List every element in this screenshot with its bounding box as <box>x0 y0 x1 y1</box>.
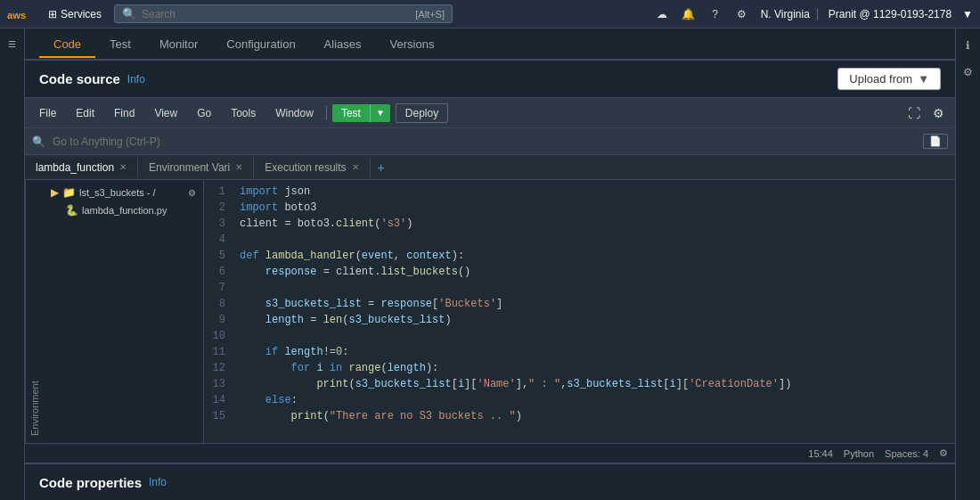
right-settings-icon[interactable]: ⚙ <box>960 62 976 82</box>
file-search-input[interactable] <box>53 135 916 148</box>
status-bar: 15:44 Python Spaces: 4 ⚙ <box>25 443 955 463</box>
toolbar-view-btn[interactable]: View <box>147 105 184 121</box>
services-button[interactable]: ⊞ Services <box>43 6 107 22</box>
toolbar-separator <box>326 106 327 120</box>
tab-add-button[interactable]: + <box>371 157 392 178</box>
tab-close-lambda[interactable]: ✕ <box>119 162 127 172</box>
file-search-icon: 🔍 <box>32 135 45 148</box>
toolbar-go-btn[interactable]: Go <box>190 105 218 121</box>
settings-gear-icon[interactable]: ⚙ <box>929 104 948 122</box>
nav-right: ☁ 🔔 ? ⚙ N. Virginia Pranit @ 1129-0193-2… <box>654 6 973 22</box>
toolbar-edit-btn[interactable]: Edit <box>69 105 102 121</box>
code-properties-info-link[interactable]: Info <box>149 476 167 488</box>
tab-close-exec[interactable]: ✕ <box>352 162 359 172</box>
tab-close-env[interactable]: ✕ <box>235 162 242 172</box>
editor-toolbar: File Edit Find View Go Tools Window Test… <box>25 98 955 128</box>
code-editor[interactable]: 123456789101112131415 import json import… <box>204 180 955 443</box>
tab-configuration[interactable]: Configuration <box>212 30 309 60</box>
toolbar-find-btn[interactable]: Find <box>107 105 142 121</box>
help-icon[interactable]: ? <box>707 6 723 22</box>
folder-settings-icon[interactable]: ⚙ <box>188 188 196 198</box>
svg-text:aws: aws <box>7 9 26 20</box>
test-btn-group: Test ▼ <box>332 104 390 122</box>
left-sidebar: ☰ <box>0 29 25 500</box>
fullscreen-icon[interactable]: ⛶ <box>904 104 924 122</box>
toolbar-file-btn[interactable]: File <box>32 105 63 121</box>
file-tree: ▶ 📁 lst_s3_buckets - / ⚙ 🐍 lambda_functi… <box>44 180 204 443</box>
top-navigation: aws ⊞ Services 🔍 [Alt+S] ☁ 🔔 ? ⚙ N. Virg… <box>0 0 980 29</box>
tab-aliases[interactable]: Aliases <box>310 30 376 60</box>
tab-code[interactable]: Code <box>39 32 95 58</box>
file-tree-file-item[interactable]: 🐍 lambda_function.py <box>44 201 203 219</box>
editor-tab-lambda[interactable]: lambda_function ✕ <box>25 158 138 177</box>
toolbar-right: ⛶ ⚙ <box>904 104 948 122</box>
toolbar-tools-btn[interactable]: Tools <box>224 105 263 121</box>
environment-label: Environment <box>25 180 44 443</box>
grid-icon: ⊞ <box>48 8 57 20</box>
hamburger-icon[interactable]: ☰ <box>4 36 20 53</box>
search-icon: 🔍 <box>122 7 136 20</box>
settings-icon[interactable]: ⚙ <box>734 6 750 22</box>
bell-icon[interactable]: 🔔 <box>681 6 697 22</box>
editor-tabs: lambda_function ✕ Environment Vari ✕ Exe… <box>25 155 955 180</box>
cloud-icon[interactable]: ☁ <box>654 6 670 22</box>
line-numbers: 123456789101112131415 <box>204 180 233 428</box>
code-properties-section: Code properties Info <box>25 463 955 500</box>
right-info-icon[interactable]: ℹ <box>962 36 974 55</box>
search-bar[interactable]: 🔍 [Alt+S] <box>114 4 453 23</box>
editor-tab-exec-results[interactable]: Execution results ✕ <box>254 158 370 177</box>
test-button[interactable]: Test <box>332 104 370 122</box>
toolbar-window-btn[interactable]: Window <box>268 105 321 121</box>
file-search-bar: 🔍 📄 <box>25 128 955 155</box>
file-tree-folder-item[interactable]: ▶ 📁 lst_s3_buckets - / ⚙ <box>44 184 203 201</box>
code-source-header: Code source Info Upload from ▼ <box>25 61 955 98</box>
code-text[interactable]: import json import boto3 client = boto3.… <box>233 180 955 428</box>
python-file-icon: 🐍 <box>65 204 78 217</box>
region-selector[interactable]: N. Virginia <box>761 8 818 20</box>
deploy-button[interactable]: Deploy <box>396 103 448 123</box>
code-lines: 123456789101112131415 import json import… <box>204 180 955 428</box>
tab-monitor[interactable]: Monitor <box>145 30 212 60</box>
editor-tab-env-vars[interactable]: Environment Vari ✕ <box>138 158 254 177</box>
upload-from-button[interactable]: Upload from ▼ <box>837 68 941 90</box>
right-panel: ℹ ⚙ <box>955 29 980 500</box>
search-input[interactable] <box>142 8 410 20</box>
main-tabs: Code Test Monitor Configuration Aliases … <box>25 29 955 61</box>
aws-logo: aws <box>7 5 36 23</box>
new-file-btn[interactable]: 📄 <box>923 134 948 149</box>
folder-icon: ▶ <box>51 186 59 199</box>
language-indicator[interactable]: Python <box>844 448 874 459</box>
cursor-position: 15:44 <box>808 448 833 459</box>
editor-area: Environment ▶ 📁 lst_s3_buckets - / ⚙ 🐍 l… <box>25 180 955 443</box>
test-dropdown-arrow[interactable]: ▼ <box>370 104 390 122</box>
code-properties-title: Code properties <box>39 475 142 490</box>
tab-versions[interactable]: Versions <box>376 30 449 60</box>
settings-gear-status[interactable]: ⚙ <box>939 447 948 459</box>
folder-color-icon: 📁 <box>62 186 76 199</box>
code-source-title: Code source <box>39 71 120 86</box>
upload-chevron-icon: ▼ <box>918 72 929 86</box>
spaces-indicator[interactable]: Spaces: 4 <box>885 448 928 459</box>
user-selector[interactable]: Pranit @ 1129-0193-2178 <box>829 8 951 20</box>
code-source-info-link[interactable]: Info <box>127 73 145 86</box>
user-chevron: ▼ <box>962 8 973 20</box>
tab-test[interactable]: Test <box>95 30 145 60</box>
search-shortcut: [Alt+S] <box>415 9 445 20</box>
